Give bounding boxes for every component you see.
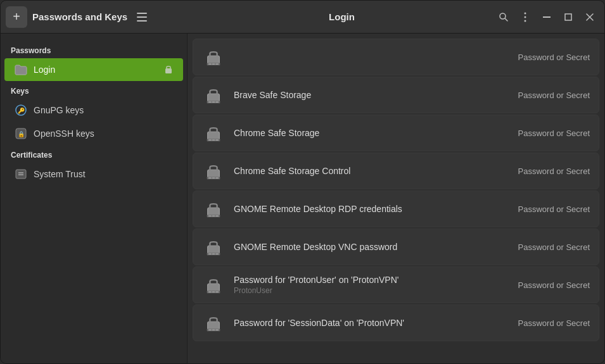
close-button[interactable] (580, 8, 599, 27)
sidebar-item-login[interactable]: Login (4, 58, 183, 81)
item-type: Password or Secret (508, 280, 590, 290)
hamburger-menu-button[interactable] (132, 8, 151, 27)
svg-rect-14 (16, 170, 26, 179)
add-button[interactable]: + (6, 6, 27, 28)
list-item[interactable]: GNOME Remote Desktop VNC password Passwo… (193, 229, 599, 265)
more-options-button[interactable] (516, 8, 535, 27)
app-window: + Passwords and Keys Login (0, 0, 605, 364)
item-name: Brave Safe Storage (234, 90, 508, 100)
item-type: Password or Secret (508, 166, 590, 176)
svg-text:🔑: 🔑 (18, 107, 25, 115)
item-lock-icon (202, 160, 225, 182)
search-button[interactable] (494, 8, 513, 27)
gnupg-icon: 🔑 (15, 104, 27, 116)
sidebar-item-openssh[interactable]: 🔒 OpenSSH keys (4, 122, 183, 145)
item-text: Password for 'SessionData' on 'ProtonVPN… (234, 318, 508, 328)
item-lock-icon (202, 235, 225, 258)
lock-badge (164, 64, 173, 76)
login-folder-icon (15, 63, 27, 76)
sidebar-item-system-trust[interactable]: System Trust (4, 163, 183, 185)
svg-rect-22 (208, 94, 220, 102)
titlebar-center: Login (189, 11, 494, 22)
main-content: Passwords Login Keys (1, 34, 604, 363)
item-lock-icon (202, 46, 225, 68)
svg-rect-32 (208, 170, 220, 178)
item-lock-icon (202, 311, 225, 334)
list-item[interactable]: Password or Secret (193, 39, 599, 75)
system-trust-label: System Trust (34, 169, 86, 179)
minimize-button[interactable] (537, 8, 556, 27)
gnupg-label: GnuPG keys (34, 105, 84, 115)
svg-rect-9 (165, 68, 172, 73)
svg-point-0 (500, 13, 506, 19)
search-icon (499, 12, 509, 22)
sidebar: Passwords Login Keys (1, 34, 188, 363)
item-lock-icon (202, 198, 225, 220)
app-title: Passwords and Keys (32, 11, 127, 22)
item-name: Chrome Safe Storage (234, 128, 508, 138)
item-type: Password or Secret (508, 53, 590, 62)
svg-point-4 (525, 20, 526, 22)
item-name: Chrome Safe Storage Control (234, 166, 508, 176)
item-type: Password or Secret (508, 318, 590, 328)
sidebar-item-gnupg[interactable]: 🔑 GnuPG keys (4, 99, 183, 122)
svg-point-3 (525, 16, 526, 18)
list-item[interactable]: Chrome Safe Storage Control Password or … (193, 153, 599, 189)
svg-line-1 (506, 18, 508, 21)
svg-rect-37 (208, 208, 220, 216)
titlebar-left: + Passwords and Keys (6, 6, 189, 28)
item-type: Password or Secret (508, 204, 590, 214)
item-name: Password for 'ProtonUser' on 'ProtonVPN' (234, 275, 508, 285)
item-subtitle: ProtonUser (234, 286, 508, 295)
close-icon (586, 13, 594, 21)
item-text: Password for 'ProtonUser' on 'ProtonVPN'… (234, 275, 508, 295)
list-item[interactable]: Chrome Safe Storage Password or Secret (193, 115, 599, 151)
svg-rect-6 (565, 14, 571, 20)
item-lock-icon (202, 273, 225, 296)
item-text: GNOME Remote Desktop RDP credentials (234, 204, 508, 214)
svg-rect-17 (208, 56, 220, 64)
system-trust-icon (15, 168, 27, 180)
item-name: Password for 'SessionData' on 'ProtonVPN… (234, 318, 508, 328)
keys-section-label: Keys (1, 82, 187, 98)
list-item[interactable]: Password for 'SessionData' on 'ProtonVPN… (193, 304, 599, 341)
titlebar: + Passwords and Keys Login (1, 1, 604, 34)
svg-rect-27 (208, 132, 220, 140)
login-label: Login (34, 65, 55, 75)
item-type: Password or Secret (508, 129, 590, 138)
minimize-icon (543, 16, 551, 18)
svg-rect-52 (208, 322, 220, 330)
content-area: Password or Secret Brave Safe Storage (188, 34, 604, 363)
list-item[interactable]: GNOME Remote Desktop RDP credentials Pas… (193, 191, 599, 227)
item-lock-icon (202, 84, 225, 106)
maximize-button[interactable] (559, 8, 578, 27)
svg-text:🔒: 🔒 (18, 130, 25, 138)
item-text: Chrome Safe Storage Control (234, 166, 508, 176)
item-name: GNOME Remote Desktop VNC password (234, 242, 508, 252)
svg-point-2 (525, 12, 526, 14)
item-text: Brave Safe Storage (234, 90, 508, 100)
item-type: Password or Secret (508, 91, 590, 100)
svg-rect-47 (208, 284, 220, 292)
svg-rect-42 (208, 246, 220, 254)
passwords-section-label: Passwords (1, 41, 187, 58)
item-name: GNOME Remote Desktop RDP credentials (234, 204, 508, 214)
maximize-icon (564, 13, 572, 21)
window-title: Login (329, 11, 355, 22)
item-text: Chrome Safe Storage (234, 128, 508, 138)
item-text: GNOME Remote Desktop VNC password (234, 242, 508, 252)
item-type: Password or Secret (508, 242, 590, 252)
list-item[interactable]: Password for 'ProtonUser' on 'ProtonVPN'… (193, 267, 599, 303)
titlebar-right (494, 8, 599, 27)
openssh-icon: 🔒 (15, 127, 27, 140)
hamburger-icon (137, 13, 147, 22)
openssh-label: OpenSSH keys (34, 129, 94, 139)
item-lock-icon (202, 122, 225, 144)
list-item[interactable]: Brave Safe Storage Password or Secret (193, 77, 599, 113)
certificates-section-label: Certificates (1, 146, 187, 162)
more-options-icon (524, 12, 526, 22)
